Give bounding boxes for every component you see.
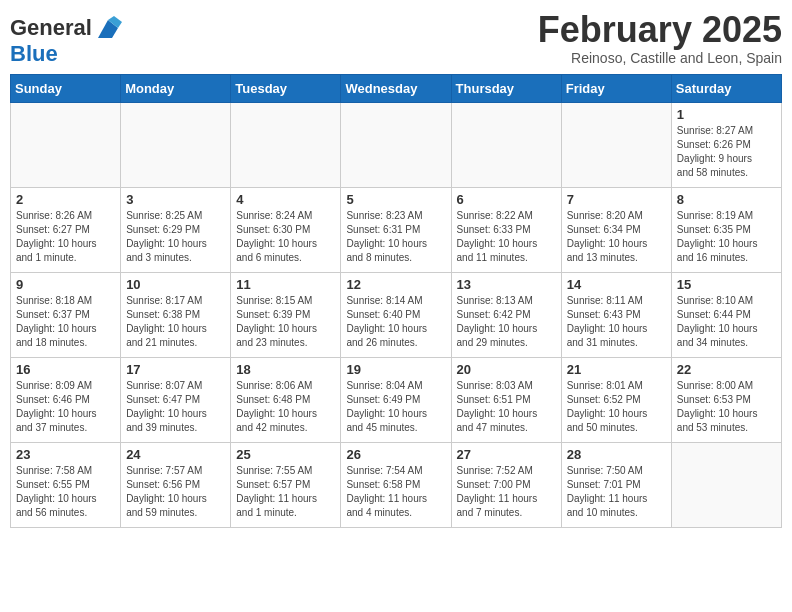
day-info: Sunrise: 8:27 AM Sunset: 6:26 PM Dayligh…: [677, 124, 776, 180]
day-info: Sunrise: 7:54 AM Sunset: 6:58 PM Dayligh…: [346, 464, 445, 520]
day-number: 24: [126, 447, 225, 462]
day-info: Sunrise: 8:03 AM Sunset: 6:51 PM Dayligh…: [457, 379, 556, 435]
day-number: 2: [16, 192, 115, 207]
day-number: 21: [567, 362, 666, 377]
day-info: Sunrise: 8:10 AM Sunset: 6:44 PM Dayligh…: [677, 294, 776, 350]
week-row-2: 2Sunrise: 8:26 AM Sunset: 6:27 PM Daylig…: [11, 188, 782, 273]
calendar-cell: 9Sunrise: 8:18 AM Sunset: 6:37 PM Daylig…: [11, 273, 121, 358]
calendar-cell: 26Sunrise: 7:54 AM Sunset: 6:58 PM Dayli…: [341, 443, 451, 528]
day-info: Sunrise: 8:22 AM Sunset: 6:33 PM Dayligh…: [457, 209, 556, 265]
day-info: Sunrise: 7:50 AM Sunset: 7:01 PM Dayligh…: [567, 464, 666, 520]
day-number: 27: [457, 447, 556, 462]
day-number: 4: [236, 192, 335, 207]
day-info: Sunrise: 8:06 AM Sunset: 6:48 PM Dayligh…: [236, 379, 335, 435]
calendar-cell: 17Sunrise: 8:07 AM Sunset: 6:47 PM Dayli…: [121, 358, 231, 443]
calendar-cell: 2Sunrise: 8:26 AM Sunset: 6:27 PM Daylig…: [11, 188, 121, 273]
day-header-saturday: Saturday: [671, 75, 781, 103]
day-info: Sunrise: 8:09 AM Sunset: 6:46 PM Dayligh…: [16, 379, 115, 435]
calendar-cell: 16Sunrise: 8:09 AM Sunset: 6:46 PM Dayli…: [11, 358, 121, 443]
day-number: 7: [567, 192, 666, 207]
week-row-1: 1Sunrise: 8:27 AM Sunset: 6:26 PM Daylig…: [11, 103, 782, 188]
day-info: Sunrise: 8:01 AM Sunset: 6:52 PM Dayligh…: [567, 379, 666, 435]
day-number: 14: [567, 277, 666, 292]
day-info: Sunrise: 8:24 AM Sunset: 6:30 PM Dayligh…: [236, 209, 335, 265]
day-number: 26: [346, 447, 445, 462]
day-header-sunday: Sunday: [11, 75, 121, 103]
calendar-cell: 21Sunrise: 8:01 AM Sunset: 6:52 PM Dayli…: [561, 358, 671, 443]
day-number: 23: [16, 447, 115, 462]
day-number: 6: [457, 192, 556, 207]
calendar: SundayMondayTuesdayWednesdayThursdayFrid…: [10, 74, 782, 528]
day-info: Sunrise: 8:13 AM Sunset: 6:42 PM Dayligh…: [457, 294, 556, 350]
day-info: Sunrise: 8:14 AM Sunset: 6:40 PM Dayligh…: [346, 294, 445, 350]
header: General Blue February 2025 Reinoso, Cast…: [10, 10, 782, 66]
calendar-cell: 27Sunrise: 7:52 AM Sunset: 7:00 PM Dayli…: [451, 443, 561, 528]
day-number: 15: [677, 277, 776, 292]
day-info: Sunrise: 8:15 AM Sunset: 6:39 PM Dayligh…: [236, 294, 335, 350]
calendar-cell: 1Sunrise: 8:27 AM Sunset: 6:26 PM Daylig…: [671, 103, 781, 188]
day-info: Sunrise: 7:58 AM Sunset: 6:55 PM Dayligh…: [16, 464, 115, 520]
day-number: 3: [126, 192, 225, 207]
day-header-monday: Monday: [121, 75, 231, 103]
calendar-cell: 6Sunrise: 8:22 AM Sunset: 6:33 PM Daylig…: [451, 188, 561, 273]
calendar-cell: 14Sunrise: 8:11 AM Sunset: 6:43 PM Dayli…: [561, 273, 671, 358]
calendar-cell: 13Sunrise: 8:13 AM Sunset: 6:42 PM Dayli…: [451, 273, 561, 358]
day-info: Sunrise: 8:26 AM Sunset: 6:27 PM Dayligh…: [16, 209, 115, 265]
calendar-cell: 15Sunrise: 8:10 AM Sunset: 6:44 PM Dayli…: [671, 273, 781, 358]
calendar-cell: [11, 103, 121, 188]
calendar-cell: 12Sunrise: 8:14 AM Sunset: 6:40 PM Dayli…: [341, 273, 451, 358]
day-info: Sunrise: 8:25 AM Sunset: 6:29 PM Dayligh…: [126, 209, 225, 265]
day-info: Sunrise: 8:18 AM Sunset: 6:37 PM Dayligh…: [16, 294, 115, 350]
day-header-wednesday: Wednesday: [341, 75, 451, 103]
day-number: 1: [677, 107, 776, 122]
day-number: 8: [677, 192, 776, 207]
day-info: Sunrise: 8:00 AM Sunset: 6:53 PM Dayligh…: [677, 379, 776, 435]
calendar-cell: 3Sunrise: 8:25 AM Sunset: 6:29 PM Daylig…: [121, 188, 231, 273]
calendar-cell: 28Sunrise: 7:50 AM Sunset: 7:01 PM Dayli…: [561, 443, 671, 528]
day-number: 28: [567, 447, 666, 462]
calendar-cell: 7Sunrise: 8:20 AM Sunset: 6:34 PM Daylig…: [561, 188, 671, 273]
calendar-header-row: SundayMondayTuesdayWednesdayThursdayFrid…: [11, 75, 782, 103]
calendar-cell: [121, 103, 231, 188]
day-number: 18: [236, 362, 335, 377]
day-number: 20: [457, 362, 556, 377]
day-info: Sunrise: 8:20 AM Sunset: 6:34 PM Dayligh…: [567, 209, 666, 265]
day-number: 12: [346, 277, 445, 292]
day-header-friday: Friday: [561, 75, 671, 103]
subtitle: Reinoso, Castille and Leon, Spain: [538, 50, 782, 66]
calendar-cell: 22Sunrise: 8:00 AM Sunset: 6:53 PM Dayli…: [671, 358, 781, 443]
day-number: 22: [677, 362, 776, 377]
day-header-tuesday: Tuesday: [231, 75, 341, 103]
title-area: February 2025 Reinoso, Castille and Leon…: [538, 10, 782, 66]
day-info: Sunrise: 7:52 AM Sunset: 7:00 PM Dayligh…: [457, 464, 556, 520]
calendar-cell: 10Sunrise: 8:17 AM Sunset: 6:38 PM Dayli…: [121, 273, 231, 358]
day-info: Sunrise: 8:19 AM Sunset: 6:35 PM Dayligh…: [677, 209, 776, 265]
logo-text-blue: Blue: [10, 41, 58, 66]
calendar-cell: [671, 443, 781, 528]
day-info: Sunrise: 8:04 AM Sunset: 6:49 PM Dayligh…: [346, 379, 445, 435]
month-title: February 2025: [538, 10, 782, 50]
day-number: 16: [16, 362, 115, 377]
week-row-5: 23Sunrise: 7:58 AM Sunset: 6:55 PM Dayli…: [11, 443, 782, 528]
day-number: 10: [126, 277, 225, 292]
day-info: Sunrise: 8:23 AM Sunset: 6:31 PM Dayligh…: [346, 209, 445, 265]
calendar-cell: 23Sunrise: 7:58 AM Sunset: 6:55 PM Dayli…: [11, 443, 121, 528]
day-info: Sunrise: 8:11 AM Sunset: 6:43 PM Dayligh…: [567, 294, 666, 350]
day-number: 9: [16, 277, 115, 292]
day-number: 13: [457, 277, 556, 292]
calendar-cell: 24Sunrise: 7:57 AM Sunset: 6:56 PM Dayli…: [121, 443, 231, 528]
calendar-cell: 25Sunrise: 7:55 AM Sunset: 6:57 PM Dayli…: [231, 443, 341, 528]
calendar-cell: 20Sunrise: 8:03 AM Sunset: 6:51 PM Dayli…: [451, 358, 561, 443]
day-info: Sunrise: 7:55 AM Sunset: 6:57 PM Dayligh…: [236, 464, 335, 520]
logo: General Blue: [10, 14, 122, 66]
day-number: 5: [346, 192, 445, 207]
logo-text-general: General: [10, 16, 92, 40]
day-header-thursday: Thursday: [451, 75, 561, 103]
day-number: 17: [126, 362, 225, 377]
day-number: 11: [236, 277, 335, 292]
calendar-cell: 19Sunrise: 8:04 AM Sunset: 6:49 PM Dayli…: [341, 358, 451, 443]
calendar-cell: [231, 103, 341, 188]
day-number: 19: [346, 362, 445, 377]
calendar-cell: [451, 103, 561, 188]
calendar-cell: 18Sunrise: 8:06 AM Sunset: 6:48 PM Dayli…: [231, 358, 341, 443]
